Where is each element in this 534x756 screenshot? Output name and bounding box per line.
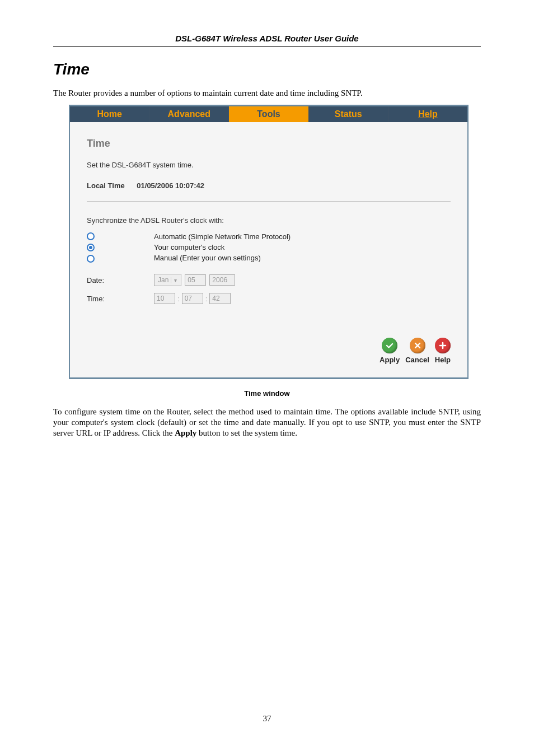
page-number: 37 — [0, 714, 534, 724]
local-time-label: Local Time — [87, 181, 125, 190]
document-header: DSL-G684T Wireless ADSL Router User Guid… — [53, 34, 481, 43]
router-ui-window: Home Advanced Tools Status Help Time Set… — [69, 105, 469, 379]
month-select[interactable]: Jan ▾ — [154, 274, 181, 286]
panel-subtitle: Set the DSL-G684T system time. — [87, 161, 451, 169]
header-divider — [53, 46, 481, 47]
tab-help[interactable]: Help — [388, 106, 467, 122]
plus-icon — [435, 338, 451, 353]
check-icon — [382, 338, 397, 353]
time-label: Time: — [87, 295, 154, 303]
time-colon-1: : — [177, 295, 180, 303]
year-input[interactable]: 2006 — [209, 274, 235, 286]
hour-input[interactable]: 10 — [154, 293, 175, 304]
tab-home[interactable]: Home — [70, 106, 149, 122]
tab-bar: Home Advanced Tools Status Help — [70, 106, 467, 122]
radio-manual[interactable] — [87, 255, 95, 263]
time-colon-2: : — [205, 295, 208, 303]
section-heading-time: Time — [53, 60, 481, 78]
body-paragraph: To configure system time on the Router, … — [53, 407, 481, 439]
radio-label-automatic: Automatic (Simple Network Time Protocol) — [154, 232, 291, 241]
help-label: Help — [435, 356, 451, 364]
tab-tools[interactable]: Tools — [229, 106, 308, 122]
sync-radio-group: Automatic (Simple Network Time Protocol)… — [87, 232, 451, 263]
body-text-bold: Apply — [175, 428, 196, 437]
cancel-label: Cancel — [405, 356, 429, 364]
day-input[interactable]: 05 — [185, 274, 206, 286]
sync-label: Synchronize the ADSL Router's clock with… — [87, 216, 451, 225]
time-panel: Time Set the DSL-G684T system time. Loca… — [70, 122, 467, 377]
local-time-value: 01/05/2006 10:07:42 — [137, 181, 204, 190]
second-input[interactable]: 42 — [209, 293, 231, 304]
intro-text: The Router provides a number of options … — [53, 88, 481, 98]
panel-heading: Time — [87, 138, 451, 150]
action-row: Apply Cancel Help — [87, 338, 451, 364]
apply-button[interactable]: Apply — [380, 338, 400, 364]
chevron-down-icon: ▾ — [171, 277, 179, 283]
cancel-button[interactable]: Cancel — [405, 338, 429, 364]
month-value: Jan — [158, 276, 168, 284]
body-text-c: button to set the system time. — [196, 428, 297, 437]
radio-automatic[interactable] — [87, 232, 95, 240]
date-label: Date: — [87, 276, 154, 284]
time-row: Time: 10 : 07 : 42 — [87, 293, 451, 304]
tab-advanced[interactable]: Advanced — [149, 106, 229, 122]
radio-computer-clock[interactable] — [87, 244, 95, 251]
figure-caption: Time window — [53, 389, 481, 398]
help-button[interactable]: Help — [435, 338, 451, 364]
apply-label: Apply — [380, 356, 400, 364]
tab-status[interactable]: Status — [309, 106, 388, 122]
x-icon — [410, 338, 425, 353]
radio-label-computer: Your computer's clock — [154, 243, 291, 251]
minute-input[interactable]: 07 — [182, 293, 203, 304]
local-time-row: Local Time 01/05/2006 10:07:42 — [87, 181, 451, 190]
date-row: Date: Jan ▾ 05 2006 — [87, 274, 451, 286]
panel-divider — [87, 201, 451, 202]
radio-label-manual: Manual (Enter your own settings) — [154, 254, 291, 262]
